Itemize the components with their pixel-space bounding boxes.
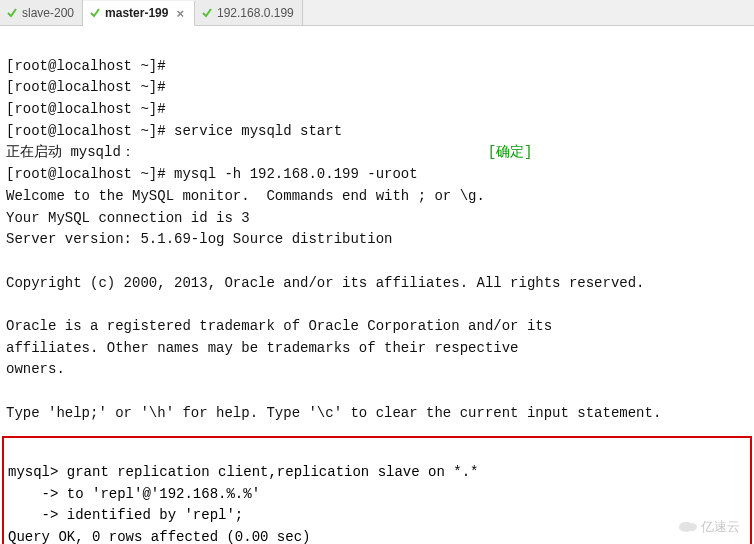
- terminal-line: owners.: [6, 361, 65, 377]
- tab-slave-200[interactable]: slave-200: [0, 0, 83, 25]
- tab-192-168-0-199[interactable]: 192.168.0.199: [195, 0, 303, 25]
- terminal-line: Oracle is a registered trademark of Orac…: [6, 318, 552, 334]
- terminal-line: Type 'help;' or '\h' for help. Type '\c'…: [6, 405, 661, 421]
- tab-label: 192.168.0.199: [217, 6, 294, 20]
- terminal-line: [root@localhost ~]#: [6, 58, 166, 74]
- tab-master-199[interactable]: master-199 ×: [83, 1, 195, 26]
- terminal-line: -> identified by 'repl';: [8, 507, 243, 523]
- terminal-line: [root@localhost ~]# mysql -h 192.168.0.1…: [6, 166, 418, 182]
- terminal-line: affiliates. Other names may be trademark…: [6, 340, 518, 356]
- tab-label: master-199: [105, 6, 168, 20]
- close-icon[interactable]: ×: [174, 6, 186, 21]
- terminal-line: Copyright (c) 2000, 2013, Oracle and/or …: [6, 275, 645, 291]
- check-icon: [89, 7, 101, 19]
- cloud-icon: [679, 521, 697, 533]
- terminal-line: [root@localhost ~]# service mysqld start: [6, 123, 342, 139]
- terminal-line: -> to 'repl'@'192.168.%.%': [8, 486, 260, 502]
- terminal-line: 正在启动 mysqld：: [6, 144, 135, 160]
- check-icon: [6, 7, 18, 19]
- check-icon: [201, 7, 213, 19]
- terminal-line: [root@localhost ~]#: [6, 101, 166, 117]
- terminal-line: [root@localhost ~]#: [6, 79, 166, 95]
- highlighted-sql-block: mysql> grant replication client,replicat…: [2, 436, 752, 544]
- terminal-output[interactable]: [root@localhost ~]# [root@localhost ~]# …: [0, 26, 754, 430]
- terminal-line: Welcome to the MySQL monitor. Commands e…: [6, 188, 485, 204]
- terminal-line: mysql> grant replication client,replicat…: [8, 464, 478, 480]
- tab-label: slave-200: [22, 6, 74, 20]
- watermark-text: 亿速云: [701, 518, 740, 536]
- terminal-line: Query OK, 0 rows affected (0.00 sec): [8, 529, 310, 544]
- watermark: 亿速云: [679, 518, 740, 536]
- terminal-line: Your MySQL connection id is 3: [6, 210, 250, 226]
- status-ok: [确定]: [488, 144, 533, 160]
- tab-bar: slave-200 master-199 × 192.168.0.199: [0, 0, 754, 26]
- terminal-line: Server version: 5.1.69-log Source distri…: [6, 231, 392, 247]
